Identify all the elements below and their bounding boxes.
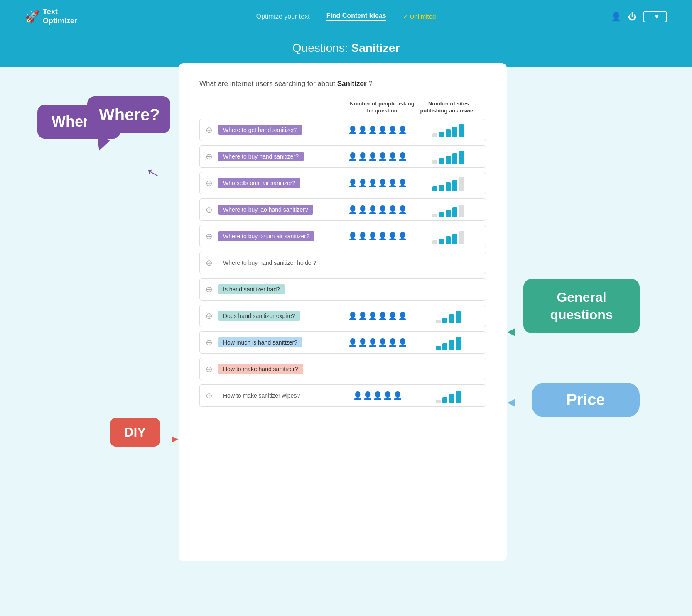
general-questions-arrow: ◄: [505, 325, 517, 339]
logo-icon: 🚀: [25, 10, 39, 24]
bar: [442, 397, 447, 403]
logo: 🚀 Text Optimizer: [25, 7, 77, 25]
questions-list: ⊕ Where to get hand sanitizer? 👤 👤 👤 👤 👤…: [199, 119, 486, 407]
table-row: ⊕ How much is hand sanitizer? 👤 👤 👤 👤 👤 …: [199, 331, 486, 354]
people-indicator: 👤 👤 👤 👤 👤 👤: [344, 232, 411, 241]
person-icon: 👤: [358, 311, 367, 320]
person-icon: 👤: [388, 232, 397, 241]
table-row: ⊕ Where to buy jao hand sanitizer? 👤 👤 👤…: [199, 198, 486, 221]
people-indicator: 👤 👤 👤 👤 👤: [344, 391, 411, 400]
question-text: Where to get hand sanitizer?: [218, 125, 340, 135]
person-icon: 👤: [368, 232, 377, 241]
question-tag: How to make hand sanitizer?: [218, 364, 303, 374]
page-title: Questions: Sanitizer: [0, 42, 692, 55]
bar: [459, 205, 464, 217]
nav-optimize[interactable]: Optimize your text: [256, 13, 310, 20]
person-icon: 👤: [368, 178, 377, 188]
bars-indicator: [415, 282, 481, 297]
person-icon: 👤: [368, 311, 377, 320]
expand-icon[interactable]: ⊕: [204, 284, 214, 294]
bar: [456, 337, 461, 350]
language-dropdown[interactable]: ▼: [643, 11, 667, 22]
bars-indicator: [415, 388, 481, 403]
bars-indicator: [415, 149, 481, 164]
person-icon: 👤: [398, 205, 407, 214]
table-row: ⊕ Where to buy hand sanitizer? 👤 👤 👤 👤 👤…: [199, 145, 486, 168]
table-row: ⊕ Where to buy ozium air sanitizer? 👤 👤 …: [199, 225, 486, 247]
table-row: ⊕ How to make sanitizer wipes? 👤 👤 👤 👤 👤: [199, 384, 486, 407]
bar: [452, 207, 457, 217]
person-icon: 👤: [358, 152, 367, 161]
bar: [432, 133, 437, 137]
bar: [459, 124, 464, 137]
person-icon: 👤: [398, 338, 407, 347]
expand-icon[interactable]: ⊕: [204, 125, 214, 135]
table-row: ⊕ Where to get hand sanitizer? 👤 👤 👤 👤 👤…: [199, 119, 486, 141]
diy-bubble: DIY: [110, 418, 160, 447]
expand-icon[interactable]: ⊕: [204, 311, 214, 321]
person-icon: 👤: [398, 311, 407, 320]
bars-indicator: [415, 122, 481, 137]
user-icon[interactable]: 👤: [611, 12, 621, 22]
question-text: Where to buy ozium air sanitizer?: [218, 231, 340, 241]
question-text: How to make hand sanitizer?: [218, 364, 340, 374]
bar: [439, 212, 444, 217]
expand-icon[interactable]: ⊕: [204, 205, 214, 215]
expand-icon[interactable]: ⊕: [204, 391, 214, 401]
bar: [439, 158, 444, 164]
people-indicator: 👤 👤 👤 👤 👤 👤: [344, 152, 411, 161]
bar: [452, 234, 457, 244]
person-icon: 👤: [388, 125, 397, 134]
question-tag: Where to buy jao hand sanitizer?: [218, 205, 313, 215]
person-icon: 👤: [383, 391, 392, 400]
person-icon: 👤: [378, 178, 387, 188]
bar: [436, 320, 441, 323]
person-icon: 👤: [348, 125, 357, 134]
person-icon: 👤: [388, 152, 397, 161]
bars-indicator: [415, 255, 481, 270]
header-right: 👤 ⏻ ▼: [611, 11, 667, 22]
bar: [459, 177, 464, 191]
price-bubble: Price: [532, 383, 640, 417]
bar: [452, 180, 457, 191]
bar: [459, 151, 464, 164]
col-header-people: Number of people asking the question:: [349, 100, 415, 115]
table-row: ⊕ How to make hand sanitizer?: [199, 358, 486, 380]
power-icon[interactable]: ⏻: [628, 12, 636, 22]
expand-icon[interactable]: ⊕: [204, 231, 214, 241]
question-text: Where to buy hand sanitizer?: [218, 152, 340, 161]
question-text: Who sells oust air sanitizer?: [218, 178, 340, 188]
nav-find-content[interactable]: Find Content Ideas: [326, 12, 386, 21]
bar: [456, 311, 461, 323]
table-row: ⊕ Does hand sanitizer expire? 👤 👤 👤 👤 👤 …: [199, 305, 486, 327]
bar: [446, 210, 451, 217]
general-questions-bubble: General questions: [523, 279, 640, 333]
expand-icon[interactable]: ⊕: [204, 364, 214, 374]
person-icon: 👤: [373, 391, 382, 400]
bar: [439, 185, 444, 191]
expand-icon[interactable]: ⊕: [204, 337, 214, 347]
main-card: What are internet users searching for ab…: [179, 63, 507, 561]
question-text: How to make sanitizer wipes?: [218, 391, 340, 401]
bar: [449, 314, 454, 323]
unlimited-badge: ✓ Unlimited: [403, 13, 436, 20]
question-text: Where to buy jao hand sanitizer?: [218, 205, 340, 215]
question-text: Does hand sanitizer expire?: [218, 311, 340, 321]
expand-icon[interactable]: ⊕: [204, 152, 214, 161]
diy-arrow: ►: [169, 433, 180, 445]
chevron-down-icon: ▼: [654, 13, 660, 20]
person-icon: 👤: [393, 391, 402, 400]
question-text: Is hand sanitizer bad?: [218, 284, 340, 294]
expand-icon[interactable]: ⊕: [204, 258, 214, 268]
question-tag: Does hand sanitizer expire?: [218, 311, 300, 321]
person-icon: 👤: [378, 311, 387, 320]
person-icon: 👤: [398, 232, 407, 241]
question-tag: Where to get hand sanitizer?: [218, 125, 302, 135]
question-text: Where to buy hand sanitizer holder?: [218, 258, 340, 268]
bars-indicator: [415, 202, 481, 217]
person-icon: 👤: [388, 178, 397, 188]
bar: [449, 340, 454, 350]
person-icon: 👤: [398, 125, 407, 134]
bar: [456, 391, 461, 403]
expand-icon[interactable]: ⊕: [204, 178, 214, 188]
